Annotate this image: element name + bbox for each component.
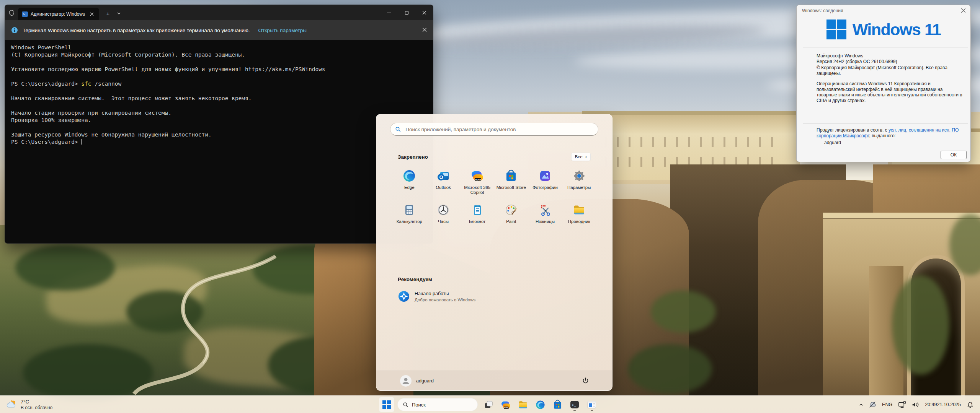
pinned-app-notepad[interactable]: Блокнот [460,201,494,224]
terminal-line: Windows PowerShell [11,44,428,51]
user-name: adguard [416,378,434,384]
taskbar-search-label: Поиск [412,402,426,408]
power-button[interactable] [578,374,592,388]
language-indicator[interactable]: ENG [879,397,895,412]
pinned-app-snipping-tool[interactable]: Ножницы [528,201,562,224]
weather-icon [6,399,18,410]
taskbar: 7°C В осн. облачно Поиск M365 >_ [0,395,980,413]
maximize-button[interactable] [398,5,415,20]
running-indicator [591,410,593,411]
pinned-app-calculator[interactable]: Калькулятор [392,201,426,224]
onedrive-button[interactable] [866,397,879,412]
winver-dialog: Windows: сведения Windows 11 Майкрософт … [796,5,971,162]
running-indicator [573,410,576,411]
outlook-icon: O [437,169,450,182]
volume-icon [911,400,920,409]
divider [803,124,968,124]
pinned-app-photos[interactable]: Фотографии [528,167,562,195]
terminal-output[interactable]: Windows PowerShell (C) Корпорация Майкро… [5,40,433,146]
svg-text:>_: >_ [572,403,576,407]
user-profile-button[interactable]: adguard [396,374,438,388]
widgets-weather-button[interactable]: 7°C В осн. облачно [2,396,56,413]
pinned-app-file-explorer[interactable]: Проводник [562,201,596,224]
terminal-info-banner: Терминал Windows можно настроить в парам… [5,20,433,40]
network-button[interactable] [896,397,908,412]
copilot-button[interactable]: M365 [498,397,513,412]
admin-shield-icon [5,5,18,20]
snipping-tool-icon [539,203,552,216]
edge-button[interactable] [532,397,548,412]
volume-button[interactable] [909,397,921,412]
clock-icon [437,203,450,216]
terminal-icon: >_ [570,400,580,410]
info-icon [11,27,18,34]
banner-close-icon[interactable] [422,27,427,34]
pinned-app-paint[interactable]: Paint [494,201,528,224]
winver-close-icon[interactable] [961,8,966,14]
start-menu-footer: adguard [376,371,612,390]
edge-icon [403,169,416,182]
clock[interactable]: 20:49 21.10.2025 [922,397,964,412]
terminal-window: >_ Администратор: Windows Po + Терминал … [5,5,433,244]
terminal-taskbar-button[interactable]: >_ [567,397,582,412]
power-icon [582,377,589,384]
m365-copilot-icon: M365 [471,169,484,182]
ok-button[interactable]: ОК [941,151,967,159]
start-button[interactable] [379,397,394,412]
pinned-app-outlook[interactable]: O Outlook [426,167,461,195]
notepad-icon [471,203,484,216]
copilot-icon: M365 [501,400,511,410]
recommended-item-get-started[interactable]: Начало работы Добро пожаловать в Windows [395,287,479,306]
terminal-line: Установите последнюю версию PowerShell д… [11,66,428,73]
winver-taskbar-button[interactable] [584,397,599,412]
new-tab-button[interactable]: + [102,8,114,19]
file-explorer-button[interactable] [515,397,531,412]
tab-close-icon[interactable] [88,11,95,18]
settings-gear-icon [573,169,586,182]
wallpaper-road [69,245,306,398]
recommended-section-label: Рекомендуем [398,276,432,282]
task-view-button[interactable] [481,397,496,412]
svg-text:>_: >_ [23,13,27,16]
pinned-app-microsoft-store[interactable]: Microsoft Store [494,167,528,195]
winver-copyright: © Корпорация Майкрософт (Microsoft Corpo… [817,65,963,76]
tray-chevron-icon [859,402,864,407]
chevron-right-icon: › [585,155,587,159]
onedrive-off-icon [868,400,877,409]
notification-bell-button[interactable]: z [964,397,976,412]
network-icon [898,400,906,409]
divider [803,47,968,47]
terminal-line: Защита ресурсов Windows не обнаружила на… [11,131,428,138]
banner-open-settings-link[interactable]: Открыть параметры [258,28,307,33]
recommended-item-subtitle: Добро пожаловать в Windows [415,298,475,302]
weather-temperature: 7°C [21,399,52,405]
terminal-caret [81,139,82,145]
calculator-icon [403,203,416,216]
terminal-tab-title: Администратор: Windows Po [31,11,86,17]
start-search-box[interactable] [390,123,598,136]
pinned-app-clock[interactable]: Часы [426,201,461,224]
tray-date: 21.10.2025 [937,402,961,408]
pinned-app-edge[interactable]: Edge [392,167,426,195]
pinned-section-label: Закреплено [398,154,428,160]
microsoft-store-icon [505,169,518,182]
tray-chevron-button[interactable] [857,397,866,412]
start-search-input[interactable] [404,126,593,133]
windows-11-logo-icon [826,20,846,39]
tab-dropdown-button[interactable] [114,8,124,19]
photos-icon [539,169,552,182]
minimize-button[interactable] [380,5,398,20]
avatar-icon [400,375,412,387]
pinned-app-m365-copilot[interactable]: M365 Microsoft 365 Copilot [460,167,494,195]
terminal-titlebar[interactable]: >_ Администратор: Windows Po + [5,5,433,20]
taskbar-search-box[interactable]: Поиск [397,398,478,411]
taskbar-center: Поиск M365 >_ [379,397,599,412]
terminal-tab[interactable]: >_ Администратор: Windows Po [18,8,99,20]
microsoft-store-button[interactable] [550,397,565,412]
all-apps-button[interactable]: Все› [571,153,591,161]
search-icon [395,126,401,132]
weather-condition: В осн. облачно [21,405,52,410]
close-button[interactable] [415,5,433,20]
terminal-line: (C) Корпорация Майкрософт (Microsoft Cor… [11,51,428,59]
pinned-app-settings[interactable]: Параметры [562,167,596,195]
